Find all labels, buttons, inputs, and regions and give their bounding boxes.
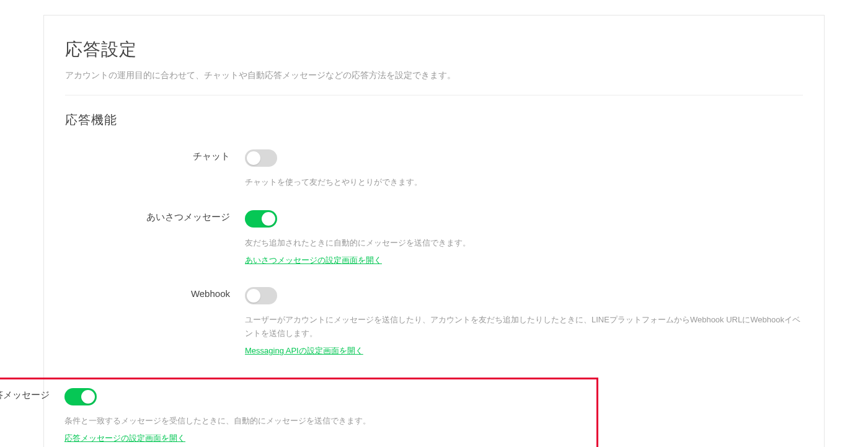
row-greeting-desc: 友だち追加されたときに自動的にメッセージを送信できます。 (245, 236, 803, 250)
toggle-autoreply[interactable] (64, 388, 97, 405)
toggle-chat[interactable] (245, 149, 277, 167)
page-subtitle: アカウントの運用目的に合わせて、チャットや自動応答メッセージなどの応答方法を設定… (65, 70, 803, 81)
row-webhook-body: ユーザーがアカウントにメッセージを送信したり、アカウントを友だち追加したりしたと… (245, 287, 803, 356)
row-webhook: Webhook ユーザーがアカウントにメッセージを送信したり、アカウントを友だち… (65, 287, 803, 356)
row-autoreply-label: 応答メッセージ (0, 388, 64, 401)
row-chat-label: チャット (65, 149, 245, 162)
divider (65, 95, 803, 95)
highlight-autoreply: 応答メッセージ 条件と一致するメッセージを受信したときに、自動的にメッセージを送… (0, 378, 598, 447)
row-greeting-body: 友だち追加されたときに自動的にメッセージを送信できます。 あいさつメッセージの設… (245, 210, 803, 266)
row-chat-body: チャットを使って友だちとやりとりができます。 (245, 149, 803, 189)
settings-panel: 応答設定 アカウントの運用目的に合わせて、チャットや自動応答メッセージなどの応答… (43, 15, 825, 447)
page-title: 応答設定 (65, 38, 803, 61)
row-chat-desc: チャットを使って友だちとやりとりができます。 (245, 175, 803, 189)
link-webhook-settings[interactable]: Messaging APIの設定画面を開く (245, 345, 363, 356)
row-greeting-label: あいさつメッセージ (65, 210, 245, 223)
row-autoreply-body: 条件と一致するメッセージを受信したときに、自動的にメッセージを送信できます。 応… (64, 388, 585, 444)
toggle-greeting[interactable] (245, 210, 277, 228)
section-title: 応答機能 (65, 112, 803, 128)
link-greeting-settings[interactable]: あいさつメッセージの設定画面を開く (245, 255, 382, 266)
row-webhook-desc: ユーザーがアカウントにメッセージを送信したり、アカウントを友だち追加したりしたと… (245, 313, 803, 340)
row-greeting: あいさつメッセージ 友だち追加されたときに自動的にメッセージを送信できます。 あ… (65, 210, 803, 266)
row-webhook-label: Webhook (65, 287, 245, 299)
row-chat: チャット チャットを使って友だちとやりとりができます。 (65, 149, 803, 189)
toggle-webhook[interactable] (245, 287, 277, 304)
row-autoreply-desc: 条件と一致するメッセージを受信したときに、自動的にメッセージを送信できます。 (64, 414, 585, 428)
row-autoreply: 応答メッセージ 条件と一致するメッセージを受信したときに、自動的にメッセージを送… (0, 388, 585, 444)
link-autoreply-settings[interactable]: 応答メッセージの設定画面を開く (64, 433, 185, 444)
